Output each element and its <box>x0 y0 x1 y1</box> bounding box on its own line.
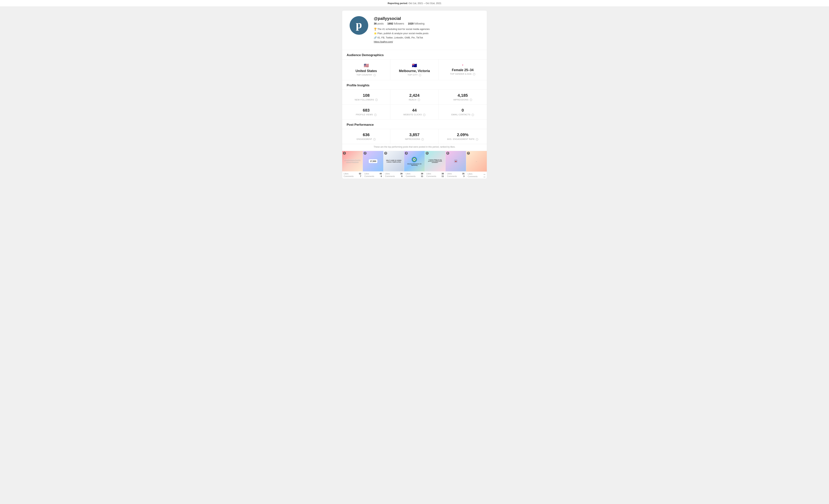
country-label: TOP COUNTRY i <box>345 74 387 76</box>
country-flag: 🇺🇸 <box>345 63 387 68</box>
metric-value: 0 <box>442 108 484 113</box>
comments-value: ... <box>484 175 485 178</box>
post-stats: Likes 38 Comments 11 <box>404 171 425 179</box>
metric-value: 683 <box>345 108 387 113</box>
svg-text:p: p <box>356 18 362 31</box>
metric-label: REACH i <box>393 99 435 101</box>
post-item[interactable]: 6 🚗 Likes 35 Comments 3 <box>445 151 466 179</box>
post-item[interactable]: 4 <box>404 151 425 179</box>
metric-value: 108 <box>345 93 387 98</box>
comments-label: Comments <box>468 175 477 178</box>
top-city-cell: 🇦🇺 Melbourne, Victoria TOP CITY i <box>390 60 438 80</box>
gender-value: Female 25–34 <box>442 68 484 72</box>
post-likes-row: Likes 35 <box>447 172 465 175</box>
comments-value: 7 <box>360 175 361 177</box>
top-gender-age-cell: ♀ Female 25–34 TOP GENDER & AGE i <box>439 60 487 80</box>
likes-value: 38 <box>441 172 444 175</box>
profile-insights-grid: 108 NEW FOLLOWERS i 2,424 REACH i 4,185 … <box>342 89 487 119</box>
metric-info-icon[interactable]: i <box>476 138 478 141</box>
metric-info-icon[interactable]: i <box>423 114 426 116</box>
comments-value: 3 <box>463 175 465 177</box>
gender-icon: ♀ <box>442 63 484 67</box>
metric-info-icon[interactable]: i <box>421 138 424 141</box>
likes-label: Likes <box>468 173 472 175</box>
metric-value: 44 <box>393 108 435 113</box>
metric-cell: 0 EMAIL CONTACTS i <box>439 105 487 119</box>
comments-label: Comments <box>426 175 436 177</box>
post-thumbnail: 7 ... <box>466 151 487 171</box>
metric-info-icon[interactable]: i <box>472 114 474 116</box>
post-performance-metric-cell: 636 ENGAGEMENT i <box>342 129 390 144</box>
post-thumbnail: 2 17,000 <box>363 151 383 171</box>
metric-info-icon[interactable]: i <box>470 99 472 101</box>
comments-value: 6 <box>381 175 382 177</box>
post-rank: 7 <box>467 152 470 155</box>
post-stats: Likes 40 Comments 6 <box>363 171 383 179</box>
metric-cell: 44 WEBSITE CLICKS i <box>390 105 438 119</box>
profile-avatar: p <box>350 16 368 35</box>
post-likes-row: Likes ... <box>468 173 485 175</box>
metric-cell: 4,185 IMPRESSIONS i <box>439 90 487 105</box>
metric-info-icon[interactable]: i <box>374 114 376 116</box>
post-rank: 5 <box>426 152 429 155</box>
comments-label: Comments <box>344 175 354 177</box>
post-likes-row: Likes 38 <box>405 172 423 175</box>
post-performance-header: Post Performance <box>342 119 487 129</box>
post-likes-row: Likes 38 <box>426 172 444 175</box>
post-comments-row: Comments ... <box>468 175 485 178</box>
profile-stats: 36 posts 1692 followers 1020 following <box>374 22 430 25</box>
bio-line-3: 🔗 IG, FB, Twitter, LinkedIn, GMB, Pin, T… <box>374 36 430 40</box>
post-stats: Likes 39 Comments 6 <box>384 171 404 179</box>
comments-value: 6 <box>401 175 402 177</box>
post-item[interactable]: 7 ... Likes ... Comments ... <box>466 151 487 179</box>
bio-line-1: 🏆 The #1 scheduling tool for social medi… <box>374 27 430 31</box>
metric-info-icon[interactable]: i <box>375 99 378 101</box>
bio-url[interactable]: https://pallyy.com/ <box>374 40 430 44</box>
post-thumbnail: 1 IF INSTAGRAM SHUTS DOWN FOREVER <box>342 151 363 171</box>
reporting-label: Reporting period: <box>388 2 408 5</box>
post-rank: 2 <box>364 152 366 155</box>
metric-info-icon[interactable]: i <box>418 99 420 101</box>
top-country-cell: 🇺🇸 United States TOP COUNTRY i <box>342 60 390 80</box>
post-thumbnail: 4 <box>404 151 425 171</box>
metric-label: EMAIL CONTACTS i <box>442 113 484 116</box>
city-info-icon[interactable]: i <box>419 74 421 76</box>
profile-info: @pallyysocial 36 posts 1692 followers 10… <box>374 16 430 44</box>
city-label: TOP CITY i <box>393 74 435 76</box>
metric-value: 4,185 <box>442 93 484 98</box>
post-stats: Likes 38 Comments 11 <box>425 171 445 179</box>
metric-info-icon[interactable]: i <box>373 138 376 141</box>
comments-label: Comments <box>405 175 416 177</box>
metric-label: IMPRESSIONS i <box>393 138 435 141</box>
likes-label: Likes <box>426 172 431 175</box>
post-item[interactable]: 5 "I chose Pallyy as my preferred social… <box>425 151 445 179</box>
post-stats: Likes ... Comments ... <box>466 171 487 179</box>
bio-line-2: ⭐ Plan, publish & analyze your social me… <box>374 32 430 35</box>
post-item[interactable]: 3 SELF CARE IS USING CANVA TEMPLATES Lik… <box>384 151 404 179</box>
likes-label: Likes <box>405 172 410 175</box>
metric-cell: 683 PROFILE VIEWS i <box>342 105 390 119</box>
comments-value: 11 <box>441 175 444 177</box>
profile-bio: 🏆 The #1 scheduling tool for social medi… <box>374 27 430 44</box>
country-info-icon[interactable]: i <box>373 74 376 76</box>
gender-info-icon[interactable]: i <box>473 73 475 75</box>
metric-label: AVG. ENGAGEMENT RATE i <box>442 138 484 141</box>
post-thumbnail: 5 "I chose Pallyy as my preferred social… <box>425 151 445 171</box>
post-subtitle: These are the top performing posts that … <box>342 144 487 151</box>
post-comments-row: Comments 7 <box>344 175 361 177</box>
metric-value: 636 <box>345 132 387 137</box>
followers-stat: 1692 followers <box>387 22 404 25</box>
metric-value: 2.09% <box>442 132 484 137</box>
likes-value: 40 <box>380 172 382 175</box>
likes-value: 35 <box>462 172 465 175</box>
comments-label: Comments <box>364 175 374 177</box>
likes-value: ... <box>484 173 485 175</box>
post-item[interactable]: 1 IF INSTAGRAM SHUTS DOWN FOREVER Likes … <box>342 151 363 179</box>
profile-section: p @pallyysocial 36 posts 1692 followers … <box>342 10 487 50</box>
metric-label: ENGAGEMENT i <box>345 138 387 141</box>
likes-value: 39 <box>400 172 402 175</box>
posts-scroll: 1 IF INSTAGRAM SHUTS DOWN FOREVER Likes … <box>342 151 487 179</box>
post-item[interactable]: 2 17,000 Likes 40 Comments 6 <box>363 151 384 179</box>
post-comments-row: Comments 6 <box>364 175 382 177</box>
likes-label: Likes <box>385 172 390 175</box>
